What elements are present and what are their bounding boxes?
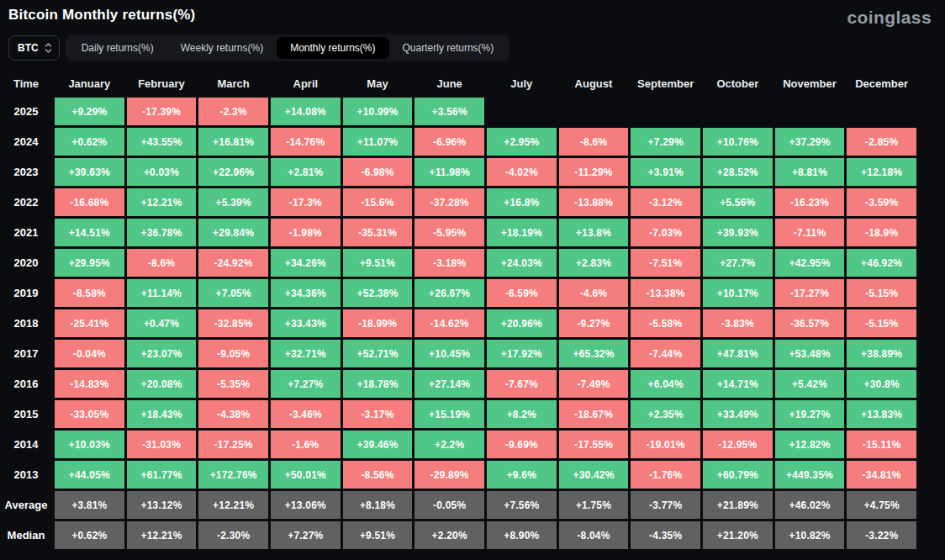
return-cell: -34.81% [847,461,916,489]
return-cell: +14.71% [703,370,773,398]
return-cell: -3.83% [703,309,773,337]
return-cell: +10.76% [703,128,773,156]
return-cell: +28.52% [703,158,773,186]
return-cell: +8.18% [343,491,413,519]
row-label: 2025 [0,98,52,125]
return-cell: -14.83% [55,370,124,398]
return-cell: +3.56% [414,98,484,125]
return-cell: -3.22% [847,521,916,549]
return-cell: +44.05% [55,461,124,489]
col-header-time: Time [0,77,52,90]
tab-daily-returns[interactable]: Daily returns(%) [68,37,167,59]
return-cell: -3.46% [271,400,341,428]
return-cell: +6.04% [631,370,700,398]
return-cell: -19.01% [631,431,700,458]
return-cell: +12.82% [775,431,845,458]
return-cell: +53.48% [775,340,845,367]
return-cell: +52.38% [343,279,413,307]
return-cell: -7.49% [559,370,629,398]
return-cell: -25.41% [55,309,124,337]
col-header-month: August [559,77,629,90]
table-row: Average+3.81%+13.12%+12.21%+13.06%+8.18%… [0,491,916,519]
return-cell: +29.84% [198,219,268,246]
tab-weekly-returns[interactable]: Weekly returns(%) [167,37,277,59]
return-cell: +60.79% [703,461,773,489]
tab-quarterly-returns[interactable]: Quarterly returns(%) [389,37,508,59]
symbol-select[interactable]: BTC [8,35,60,61]
table-row: Median+0.62%+12.21%-2.30%+7.27%+9.51%+2.… [0,521,916,549]
symbol-select-value: BTC [18,42,39,54]
return-cell: -15.6% [343,188,413,216]
row-label: 2022 [0,188,52,216]
return-cell: -4.38% [198,400,268,428]
row-label: 2014 [0,431,52,458]
return-cell: +46.92% [847,249,916,277]
return-cell: +24.03% [487,249,557,277]
return-cell: +18.19% [487,219,557,246]
returns-table: TimeJanuaryFebruaryMarchAprilMayJuneJuly… [0,71,916,549]
tab-monthly-returns[interactable]: Monthly returns(%) [277,37,388,59]
empty-cell [631,98,700,125]
return-cell: -15.11% [847,431,916,458]
return-cell: +5.56% [703,188,773,216]
return-cell: +33.49% [703,400,773,428]
return-cell: +19.27% [775,400,845,428]
return-cell: -18.99% [343,309,413,337]
return-cell: -3.12% [631,188,700,216]
return-cell: -8.6% [127,249,197,277]
return-cell: +11.07% [343,128,413,156]
return-cell: +12.21% [127,521,197,549]
col-header-month: March [198,77,268,90]
return-cell: +42.95% [775,249,845,277]
return-cell: -6.59% [487,279,557,307]
return-cell: +8.2% [487,400,557,428]
return-cell: -14.62% [414,309,484,337]
return-cell: +39.63% [55,158,124,186]
return-cell: +7.56% [487,491,557,519]
return-cell: -5.15% [847,309,916,337]
return-cell: -7.44% [631,340,700,367]
page: Bitcoin Monthly returns(%) coinglass BTC… [0,0,945,560]
return-cell: +14.08% [271,98,341,125]
return-cell: +47.81% [703,340,773,367]
table-header-row: TimeJanuaryFebruaryMarchAprilMayJuneJuly… [0,71,916,96]
return-cell: -8.6% [559,128,629,156]
return-cell: -16.23% [775,188,845,216]
return-cell: +2.2% [414,431,484,458]
return-cell: -33.05% [55,400,124,428]
return-cell: +9.29% [55,98,124,125]
return-cell: -32.85% [198,309,268,337]
return-cell: -12.95% [703,431,773,458]
return-cell: -1.6% [271,431,341,458]
return-cell: +27.7% [703,249,773,277]
return-cell: -7.67% [487,370,557,398]
table-row: 2021+14.51%+36.78%+29.84%-1.98%-35.31%-5… [0,219,916,246]
return-cell: -14.76% [271,128,341,156]
return-cell: +52.71% [343,340,413,367]
return-cell: -31.03% [127,431,197,458]
return-cell: -13.88% [559,188,629,216]
return-cell: +11.98% [414,158,484,186]
return-cell: +7.05% [198,279,268,307]
return-cell: +61.77% [127,461,197,489]
coinglass-logo[interactable]: coinglass [847,8,932,26]
row-label: 2015 [0,400,52,428]
return-cell: +2.20% [414,521,484,549]
return-cell: +20.08% [127,370,197,398]
return-cell: -16.68% [55,188,124,216]
return-cell: -2.3% [198,98,268,125]
controls-row: BTC Daily returns(%)Weekly returns(%)Mon… [8,34,945,61]
return-cell: -6.98% [343,158,413,186]
empty-cell [775,98,845,125]
return-cell: -0.05% [414,491,484,519]
table-row: 2025+9.29%-17.39%-2.3%+14.08%+10.99%+3.5… [0,98,916,125]
table-row: 2019-8.58%+11.14%+7.05%+34.36%+52.38%+26… [0,279,916,307]
empty-cell [703,98,773,125]
return-cell: -8.04% [559,521,629,549]
return-cell: -3.17% [343,400,413,428]
col-header-month: May [343,77,413,90]
return-cell: +34.36% [271,279,341,307]
return-cell: +37.29% [775,128,845,156]
row-label: 2021 [0,219,52,246]
row-label: 2016 [0,370,52,398]
